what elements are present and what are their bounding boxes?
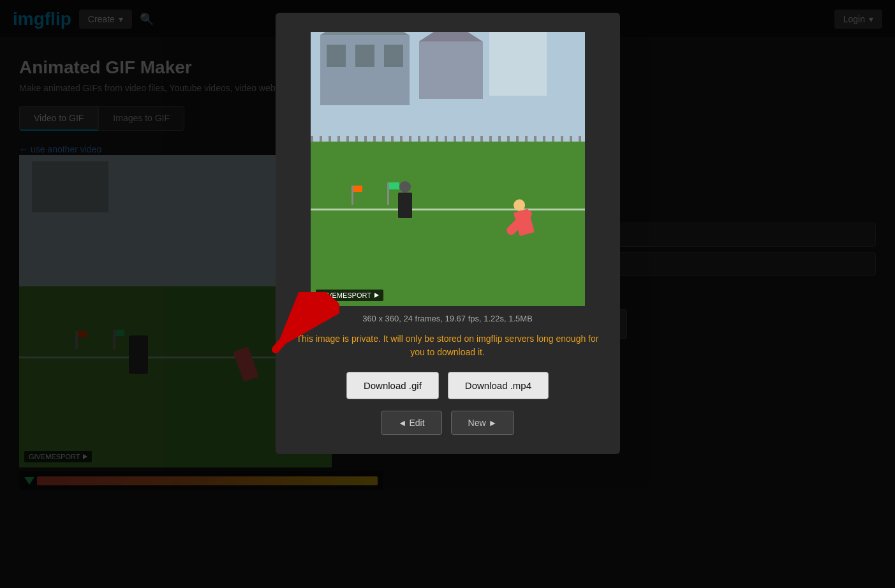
- modal-player1: [398, 181, 412, 218]
- modal-gif-info: 360 x 360, 24 frames, 19.67 fps, 1.22s, …: [295, 314, 601, 323]
- modal-flag2-color: [353, 186, 362, 192]
- modal-gif-preview: GIVEMESPORT: [311, 32, 585, 306]
- modal-roof1: [320, 32, 410, 35]
- modal-window1: [327, 45, 346, 67]
- modal-overlay[interactable]: GIVEMESPORT 360 x 360, 24 frames, 19.67 …: [0, 0, 895, 588]
- modal-line: [311, 209, 585, 210]
- modal-play-icon: [374, 293, 379, 298]
- modal-house1: [320, 35, 410, 105]
- red-arrow-svg: [237, 292, 339, 369]
- modal-flag2: [351, 186, 353, 205]
- download-gif-button[interactable]: Download .gif: [346, 372, 439, 399]
- modal-nav-buttons: ◄ Edit New ►: [295, 411, 601, 435]
- modal-house2: [419, 41, 483, 99]
- red-arrow-container: [237, 292, 339, 371]
- modal-house3: [489, 32, 547, 96]
- modal-grass: [311, 142, 585, 306]
- private-notice: This image is private. It will only be s…: [295, 332, 601, 359]
- player1-body: [398, 193, 412, 218]
- download-mp4-button[interactable]: Download .mp4: [448, 372, 549, 399]
- player1-head: [399, 181, 411, 193]
- edit-button[interactable]: ◄ Edit: [381, 411, 442, 435]
- modal-flag1: [387, 182, 389, 205]
- modal-download-buttons: Download .gif Download .mp4: [295, 372, 601, 399]
- modal-window2: [355, 45, 374, 67]
- svg-line-1: [276, 298, 320, 349]
- modal-window3: [384, 45, 403, 67]
- modal-dialog: GIVEMESPORT 360 x 360, 24 frames, 19.67 …: [276, 13, 620, 454]
- new-button[interactable]: New ►: [451, 411, 515, 435]
